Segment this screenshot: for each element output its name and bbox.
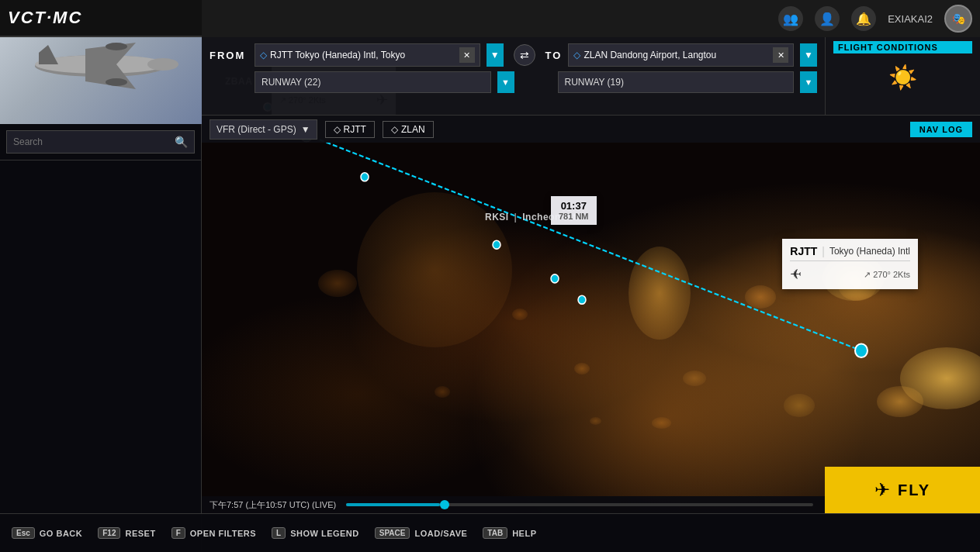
reset-key[interactable]: F12 RESET [98, 527, 155, 539]
tokyo-card: RJTT | Tokyo (Haneda) Intl ✈ ↗ 270° 2Kts [782, 239, 918, 289]
left-panel: WORLD MAP 🔍 [0, 0, 202, 552]
waypoint2-icon: ◇ [391, 124, 398, 135]
to-runway-dropdown[interactable]: ▼ [800, 71, 817, 93]
weather-icon: ☀️ [833, 60, 972, 95]
fly-button[interactable]: ✈ FLY [825, 467, 980, 513]
svg-point-13 [551, 274, 559, 283]
fly-icon: ✈ [874, 479, 890, 501]
time-value: 下午7:57 (上午10:57 UTC) (LIVE) [210, 500, 336, 509]
waypoint2-button[interactable]: ◇ ZLAN [383, 121, 434, 138]
tokyo-wind: ↗ 270° 2Kts [864, 270, 910, 280]
to-runway-select[interactable]: RUNWAY (19) [558, 71, 795, 93]
to-airport-field[interactable] [583, 50, 770, 60]
svg-point-6 [106, 78, 127, 86]
waypoint1-label: RJTT [344, 124, 366, 135]
go-back-label: GO BACK [40, 529, 82, 538]
flight-mode-value: VFR (Direct - GPS) [216, 124, 296, 135]
search-input-wrap[interactable]: 🔍 [6, 130, 195, 154]
time-progress [346, 503, 439, 506]
midpoint-label: 01:37 781 NM [551, 196, 597, 225]
waypoint2-label: ZLAN [401, 124, 425, 135]
go-back-key[interactable]: Esc GO BACK [12, 527, 82, 539]
nav-log-button[interactable]: NAV LOG [910, 122, 972, 137]
svg-point-2 [147, 58, 178, 71]
fly-label: FLY [898, 481, 930, 499]
time-display: 下午7:57 (上午10:57 UTC) (LIVE) [210, 499, 336, 511]
user-icon[interactable]: 👤 [815, 6, 840, 31]
help-key[interactable]: TAB HELP [483, 527, 536, 539]
waypoint1-button[interactable]: ◇ RJTT [325, 121, 375, 138]
esc-key-badge: Esc [12, 527, 35, 539]
top-bar: VCT·MC 👥 👤 🔔 EXIAKAI2 🎭 [0, 0, 980, 37]
f-key-badge: F [171, 527, 185, 539]
show-legend-label: SHOW LEGEND [290, 529, 359, 538]
tokyo-code: RJTT [790, 245, 817, 257]
from-airport-field[interactable] [270, 50, 456, 60]
from-clear-button[interactable]: ✕ [459, 47, 475, 63]
to-runway-value: RUNWAY (19) [565, 77, 788, 88]
search-icon: 🔍 [175, 136, 188, 148]
to-label: TO [545, 50, 563, 61]
incheon-code: RKSI [485, 212, 509, 223]
tokyo-name: Tokyo (Haneda) Intl [829, 246, 910, 257]
midpoint-distance: 781 NM [559, 212, 589, 221]
swap-airports-button[interactable]: ⇄ [514, 44, 535, 66]
waypoint1-icon: ◇ [334, 124, 341, 135]
tokyo-card-details: ✈ ↗ 270° 2Kts [790, 266, 910, 283]
to-dropdown-button[interactable]: ▼ [800, 43, 817, 67]
open-filters-label: OPEN FILTERS [190, 529, 256, 538]
l-key-badge: L [272, 527, 286, 539]
bottom-bar: Esc GO BACK F12 RESET F OPEN FILTERS L S… [0, 513, 980, 552]
time-thumb[interactable] [440, 500, 449, 509]
tokyo-wind-icon: ↗ [864, 270, 871, 280]
avatar[interactable]: 🎭 [944, 5, 972, 33]
flight-mode-select[interactable]: VFR (Direct - GPS) ▼ [210, 119, 317, 140]
from-row: FROM ◇ ✕ ▼ ⇄ TO ◇ ✕ ▼ [210, 43, 817, 67]
svg-point-14 [578, 295, 586, 304]
bell-icon[interactable]: 🔔 [851, 6, 876, 31]
flight-conditions-panel: FLIGHT CONDITIONS ☀️ [825, 37, 980, 115]
waypoint-from-icon: ◇ [260, 50, 267, 60]
load-save-key[interactable]: SPACE LOAD/SAVE [375, 527, 468, 539]
flight-from-to: FROM ◇ ✕ ▼ ⇄ TO ◇ ✕ ▼ RUNWAY (22) ▼ [202, 37, 825, 115]
open-filters-key[interactable]: F OPEN FILTERS [171, 527, 256, 539]
app-logo: VCT·MC [8, 8, 82, 28]
top-bar-right: 👥 👤 🔔 EXIAKAI2 🎭 [202, 5, 980, 33]
svg-line-8 [306, 135, 861, 351]
time-track[interactable] [346, 503, 813, 506]
flight-conditions-title: FLIGHT CONDITIONS [833, 41, 972, 53]
midpoint-time: 01:37 [559, 200, 589, 212]
svg-point-12 [493, 240, 500, 249]
flight-mode-arrow-icon: ▼ [301, 124, 310, 135]
from-runway-select[interactable]: RUNWAY (22) [255, 71, 491, 93]
to-airport-input[interactable]: ◇ ✕ [568, 43, 794, 67]
tokyo-plane-icon: ✈ [790, 266, 802, 283]
help-label: HELP [512, 529, 536, 538]
svg-point-10 [855, 343, 867, 357]
tokyo-card-header: RJTT | Tokyo (Haneda) Intl [790, 245, 910, 261]
logo-area: VCT·MC [0, 0, 202, 37]
nav-bar: VFR (Direct - GPS) ▼ ◇ RJTT ◇ ZLAN NAV L… [202, 115, 980, 143]
people-icon[interactable]: 👥 [778, 6, 803, 31]
from-runway-dropdown[interactable]: ▼ [497, 71, 514, 93]
tab-key-badge: TAB [483, 527, 507, 539]
reset-label: RESET [125, 529, 155, 538]
from-dropdown-button[interactable]: ▼ [487, 43, 504, 67]
header-panel: FROM ◇ ✕ ▼ ⇄ TO ◇ ✕ ▼ RUNWAY (22) ▼ [202, 37, 980, 115]
from-runway-value: RUNWAY (22) [261, 77, 484, 88]
runway-row: RUNWAY (22) ▼ RUNWAY (19) ▼ [210, 71, 817, 93]
to-clear-button[interactable]: ✕ [773, 47, 788, 63]
from-airport-input[interactable]: ◇ ✕ [255, 43, 480, 67]
time-bar: 下午7:57 (上午10:57 UTC) (LIVE) [202, 496, 825, 513]
search-wrap: 🔍 [0, 124, 201, 160]
space-key-badge: SPACE [375, 527, 410, 539]
search-input[interactable] [13, 136, 175, 147]
waypoint-to-icon: ◇ [573, 50, 580, 60]
svg-point-11 [361, 173, 369, 181]
f12-key-badge: F12 [98, 527, 120, 539]
show-legend-key[interactable]: L SHOW LEGEND [272, 527, 359, 539]
load-save-label: LOAD/SAVE [414, 529, 467, 538]
username: EXIAKAI2 [888, 13, 933, 25]
tokyo-wind-value: 270° 2Kts [873, 270, 910, 279]
from-label: FROM [210, 50, 248, 61]
